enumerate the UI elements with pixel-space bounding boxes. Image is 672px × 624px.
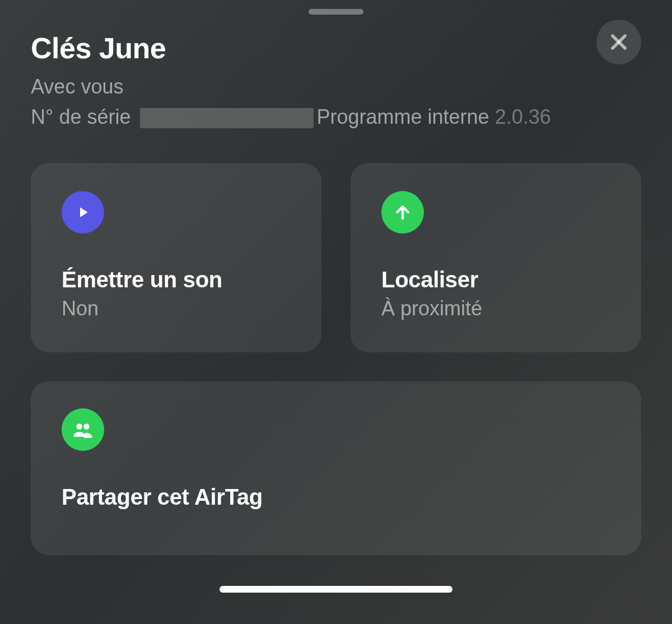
people-icon bbox=[62, 408, 104, 451]
locate-subtitle: À proximité bbox=[381, 297, 610, 320]
svg-point-4 bbox=[83, 423, 89, 429]
close-icon bbox=[608, 31, 629, 53]
svg-point-3 bbox=[76, 423, 82, 429]
home-indicator[interactable] bbox=[220, 586, 452, 593]
play-sound-subtitle: Non bbox=[62, 297, 291, 320]
item-status: Avec vous bbox=[31, 72, 641, 102]
arrow-up-icon bbox=[381, 191, 424, 234]
play-icon bbox=[62, 191, 104, 234]
drag-handle[interactable] bbox=[309, 9, 363, 15]
action-cards-row: Émettre un son Non Localiser À proximité bbox=[0, 132, 672, 352]
share-title: Partager cet AirTag bbox=[62, 485, 610, 510]
play-sound-title: Émettre un son bbox=[62, 267, 291, 292]
firmware-label: Programme interne bbox=[317, 105, 489, 128]
close-button[interactable] bbox=[596, 20, 641, 64]
serial-label: N° de série bbox=[31, 105, 130, 128]
serial-value-redacted bbox=[140, 108, 314, 128]
play-sound-card[interactable]: Émettre un son Non bbox=[31, 163, 321, 352]
item-title: Clés June bbox=[31, 31, 641, 65]
share-card[interactable]: Partager cet AirTag bbox=[31, 381, 641, 555]
firmware-version: 2.0.36 bbox=[495, 105, 551, 128]
locate-card[interactable]: Localiser À proximité bbox=[351, 163, 641, 352]
item-header: Clés June Avec vous N° de série Programm… bbox=[0, 0, 672, 132]
item-details-line: N° de série Programme interne 2.0.36 bbox=[31, 102, 641, 132]
locate-title: Localiser bbox=[381, 267, 610, 292]
